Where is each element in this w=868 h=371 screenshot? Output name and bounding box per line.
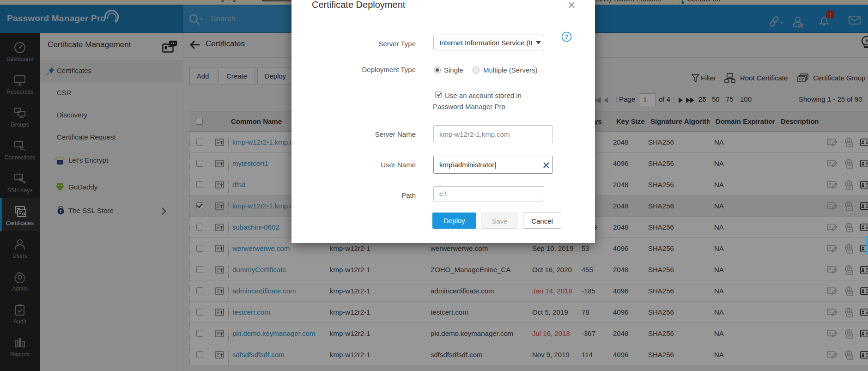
svg-text:?: ? [565, 34, 569, 40]
